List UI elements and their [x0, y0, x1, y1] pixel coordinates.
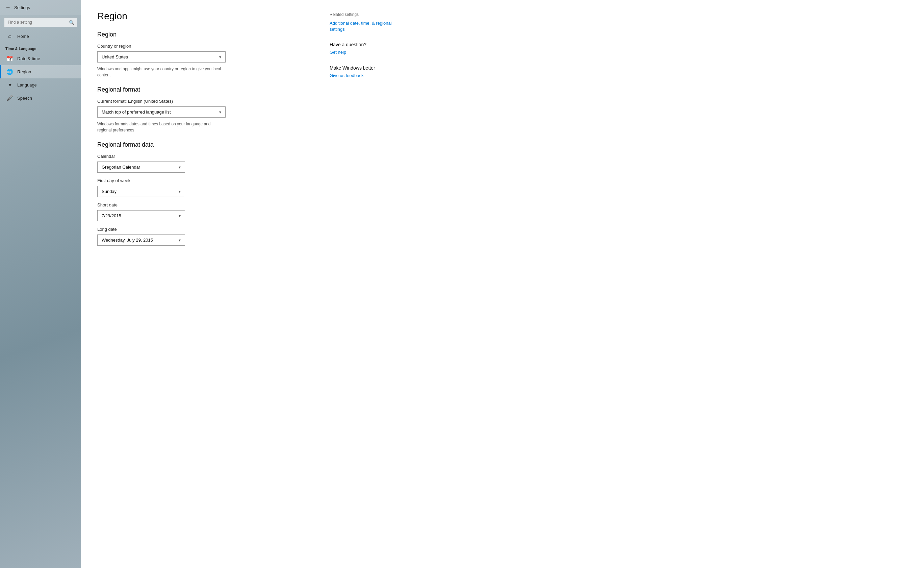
- short-date-dropdown[interactable]: 7/29/2015 ▾: [97, 210, 185, 221]
- back-button[interactable]: ←: [5, 5, 11, 11]
- get-help-link[interactable]: Get help: [330, 49, 404, 56]
- additional-settings-link[interactable]: Additional date, time, & regional settin…: [330, 20, 404, 32]
- calendar-dropdown-arrow: ▾: [179, 165, 181, 170]
- search-icon: 🔍: [69, 20, 74, 25]
- calendar-value: Gregorian Calendar: [102, 165, 140, 170]
- sidebar-item-region-label: Region: [17, 69, 31, 74]
- make-better-title: Make Windows better: [330, 65, 404, 71]
- first-day-dropdown-arrow: ▾: [179, 189, 181, 194]
- feedback-link[interactable]: Give us feedback: [330, 73, 404, 79]
- sidebar-item-home-label: Home: [17, 34, 29, 39]
- sidebar-title: Settings: [14, 5, 30, 10]
- sidebar-item-language[interactable]: ✦ Language: [0, 79, 81, 92]
- long-date-dropdown-arrow: ▾: [179, 238, 181, 243]
- format-dropdown-arrow: ▾: [219, 110, 221, 115]
- sidebar-item-speech-label: Speech: [17, 96, 32, 101]
- regional-format-heading: Regional format: [97, 86, 314, 93]
- sidebar: ← Settings 🔍 ⌂ Home Time & Language 📅 Da…: [0, 0, 81, 568]
- sidebar-item-home[interactable]: ⌂ Home: [0, 30, 81, 42]
- sidebar-header: ← Settings: [0, 0, 81, 15]
- language-icon: ✦: [6, 82, 13, 88]
- region-heading: Region: [97, 31, 314, 38]
- calendar-dropdown[interactable]: Gregorian Calendar ▾: [97, 162, 185, 173]
- sidebar-item-speech[interactable]: 🎤 Speech: [0, 92, 81, 105]
- have-question-title: Have a question?: [330, 42, 404, 47]
- calendar-icon: 📅: [6, 56, 13, 62]
- short-date-dropdown-arrow: ▾: [179, 213, 181, 218]
- home-icon: ⌂: [6, 33, 13, 39]
- globe-icon: 🌐: [6, 69, 13, 75]
- right-panel: Related settings Additional date, time, …: [330, 11, 404, 557]
- first-day-value: Sunday: [102, 189, 116, 194]
- long-date-label: Long date: [97, 227, 314, 232]
- main-content: Region Region Country or region United S…: [81, 0, 924, 568]
- country-label: Country or region: [97, 44, 314, 49]
- related-settings-block: Related settings Additional date, time, …: [330, 12, 404, 32]
- sidebar-section-label: Time & Language: [0, 42, 81, 52]
- short-date-value: 7/29/2015: [102, 213, 121, 218]
- search-box: 🔍: [4, 18, 77, 27]
- short-date-label: Short date: [97, 202, 314, 207]
- country-helper: Windows and apps might use your country …: [97, 66, 226, 78]
- sidebar-item-region[interactable]: 🌐 Region: [0, 65, 81, 79]
- sidebar-item-language-label: Language: [17, 82, 37, 88]
- format-value: Match top of preferred language list: [102, 109, 171, 115]
- sidebar-item-date-time[interactable]: 📅 Date & time: [0, 52, 81, 65]
- back-icon: ←: [5, 5, 11, 11]
- long-date-dropdown[interactable]: Wednesday, July 29, 2015 ▾: [97, 234, 185, 246]
- format-dropdown[interactable]: Match top of preferred language list ▾: [97, 106, 226, 118]
- format-data-heading: Regional format data: [97, 141, 314, 148]
- country-dropdown-arrow: ▾: [219, 55, 221, 59]
- country-value: United States: [102, 54, 128, 59]
- page-title: Region: [97, 11, 314, 22]
- speech-icon: 🎤: [6, 95, 13, 101]
- country-dropdown[interactable]: United States ▾: [97, 51, 226, 62]
- long-date-value: Wednesday, July 29, 2015: [102, 237, 153, 243]
- calendar-label: Calendar: [97, 154, 314, 159]
- first-day-label: First day of week: [97, 178, 314, 183]
- have-question-block: Have a question? Get help: [330, 42, 404, 56]
- current-format-label: Current format: English (United States): [97, 99, 314, 104]
- content-area: Region Region Country or region United S…: [97, 11, 314, 557]
- sidebar-item-date-time-label: Date & time: [17, 56, 40, 61]
- make-better-block: Make Windows better Give us feedback: [330, 65, 404, 79]
- first-day-dropdown[interactable]: Sunday ▾: [97, 186, 185, 197]
- related-settings-title: Related settings: [330, 12, 404, 17]
- format-helper: Windows formats dates and times based on…: [97, 121, 226, 133]
- search-input[interactable]: [4, 18, 77, 27]
